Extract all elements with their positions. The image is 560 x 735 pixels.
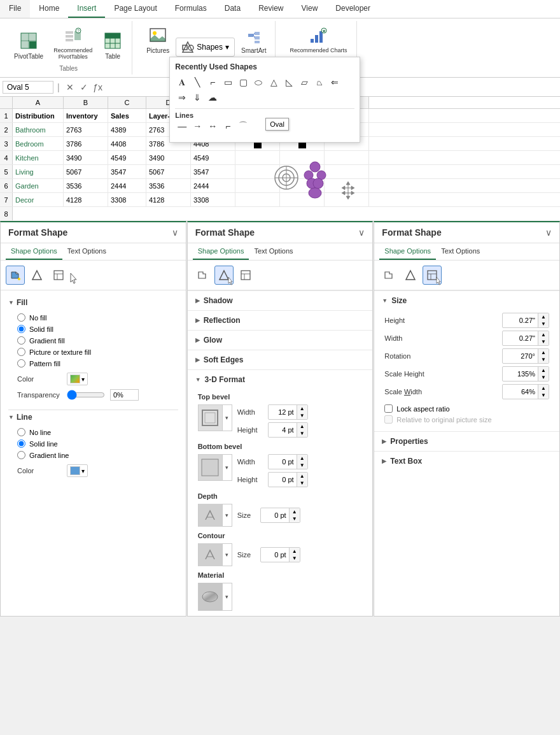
col-header-C[interactable]: C [108,97,146,108]
lock-aspect-checkbox[interactable] [384,404,393,413]
cell-A5[interactable]: Living [13,165,64,178]
material-button[interactable]: ▾ [198,583,232,611]
cancel-formula-icon[interactable]: ✕ [64,81,76,94]
pattern-fill-option[interactable]: Pattern fill [17,359,178,368]
scale-width-up[interactable]: ▲ [538,385,549,392]
scale-height-up[interactable]: ▲ [538,367,549,374]
tab-file[interactable]: File [0,0,30,18]
tab-insert[interactable]: Insert [68,0,105,18]
cell-D7[interactable]: 4128 [146,193,191,206]
cell-F4[interactable] [235,151,280,164]
panel2-collapse-button[interactable]: ∨ [358,227,365,238]
cell-C2[interactable]: 4389 [108,123,146,136]
pivot-table-button[interactable]: PivotTable [10,29,47,62]
cell-B6[interactable]: 3536 [64,179,108,192]
fill-section-header[interactable]: ▼ Fill [8,296,178,310]
width-input[interactable] [503,333,538,343]
panel2-tab-shape-options[interactable]: Shape Options [193,243,249,260]
depth-color-button[interactable]: ▾ [198,504,232,527]
tab-view[interactable]: View [293,0,327,18]
recommended-pivot-tables-button[interactable]: ? RecommendedPivotTables [50,24,96,62]
lock-aspect-label[interactable]: Lock aspect ratio [396,405,449,413]
cell-A2[interactable]: Bathroom [13,123,64,136]
depth-size-down[interactable]: ▼ [290,515,300,522]
shape-right-angle[interactable]: ⌐ [206,75,220,89]
bottom-bevel-width-input[interactable] [269,457,297,467]
bottom-bevel-height-down[interactable]: ▼ [297,480,307,487]
height-up[interactable]: ▲ [538,313,549,320]
shape-rect[interactable]: ▭ [221,75,235,89]
cell-D6[interactable]: 3536 [146,179,191,192]
tab-review[interactable]: Review [249,0,292,18]
shape-line[interactable]: ╲ [190,75,204,89]
tab-developer[interactable]: Developer [326,0,379,18]
col-header-B[interactable]: B [64,97,108,108]
bottom-bevel-width-down[interactable]: ▼ [297,462,307,469]
panel1-tab-shape-options[interactable]: Shape Options [6,243,62,260]
fill-transparency-input[interactable] [110,389,139,401]
picture-texture-fill-option[interactable]: Picture or texture fill [17,348,178,356]
textbox-header[interactable]: ▶ Text Box [374,452,559,471]
shadow-header[interactable]: ▶ Shadow [188,291,373,310]
insert-function-icon[interactable]: ƒx [92,81,104,94]
shape-target[interactable] [274,165,299,190]
cell-A3[interactable]: Bedroom [13,137,64,150]
fill-color-button[interactable]: ▾ [67,373,88,385]
top-bevel-shape-button[interactable]: ▾ [198,404,232,431]
soft-edges-header[interactable]: ▶ Soft Edges [188,350,373,369]
panel3-size-icon-btn[interactable] [423,266,442,285]
line-color-button[interactable]: ▾ [67,464,88,477]
top-bevel-dropdown-arrow[interactable]: ▾ [223,415,231,421]
cell-H4[interactable] [325,151,369,164]
panel3-fill-icon-btn[interactable] [379,266,398,285]
shape-blob[interactable] [299,157,331,199]
panel1-fill-icon-btn[interactable] [6,266,25,285]
line-straight[interactable]: — [175,119,189,133]
shape-trap[interactable]: ⏢ [312,75,326,89]
cell-B4[interactable]: 3490 [64,151,108,164]
line-arrow[interactable]: → [190,119,204,133]
panel3-tab-shape-options[interactable]: Shape Options [379,243,436,260]
size-section-header[interactable]: ▼ Size [374,291,559,310]
shape-triangle[interactable]: △ [267,75,281,89]
cell-A7[interactable]: Decor [13,193,64,206]
line-section-header[interactable]: ▼ Line [8,410,178,424]
cell-C1[interactable]: Sales [108,109,146,122]
panel1-collapse-button[interactable]: ∨ [172,227,178,238]
bottom-bevel-height-up[interactable]: ▲ [297,473,307,480]
shape-text-box[interactable]: 𝐀 [175,75,189,89]
scale-width-input[interactable] [503,387,538,397]
gradient-fill-option[interactable]: Gradient fill [17,336,178,345]
bottom-bevel-dropdown-arrow[interactable]: ▾ [223,464,231,471]
shape-rounded-rect[interactable]: ▢ [236,75,250,89]
recommended-charts-button[interactable]: ★ Recommended Charts [286,24,351,56]
panel3-collapse-button[interactable]: ∨ [545,227,552,238]
cell-E4[interactable]: 4549 [191,151,235,164]
cell-A1[interactable]: Distribution [13,109,64,122]
contour-size-up[interactable]: ▲ [290,548,300,555]
cell-C3[interactable]: 4408 [108,137,146,150]
shape-move-handle[interactable] [337,179,359,201]
table-button[interactable]: Table [99,29,127,62]
panel1-line-icon-btn[interactable] [27,266,46,285]
smartart-button[interactable]: SmartArt [237,29,270,57]
cell-B5[interactable]: 5067 [64,165,108,178]
panel3-effects-icon-btn[interactable] [401,266,420,285]
properties-header[interactable]: ▶ Properties [374,432,559,451]
width-up[interactable]: ▲ [538,331,549,338]
height-down[interactable]: ▼ [538,320,549,327]
cell-E5[interactable]: 3547 [191,165,235,178]
depth-size-input[interactable] [261,510,289,520]
shape-oval[interactable]: ⬭ [251,75,265,89]
fill-transparency-slider[interactable] [67,390,105,400]
shape-down-arrow[interactable]: ⇓ [190,90,204,104]
top-bevel-width-input[interactable] [269,407,297,417]
panel2-fill-icon-btn[interactable] [193,266,212,285]
panel2-tab-text-options[interactable]: Text Options [249,243,298,260]
scale-height-down[interactable]: ▼ [538,374,549,381]
col-header-A[interactable]: A [13,97,64,108]
rotation-down[interactable]: ▼ [538,356,549,363]
contour-color-dropdown-arrow[interactable]: ▾ [223,552,231,558]
cell-H5[interactable] [325,165,369,178]
width-down[interactable]: ▼ [538,338,549,345]
